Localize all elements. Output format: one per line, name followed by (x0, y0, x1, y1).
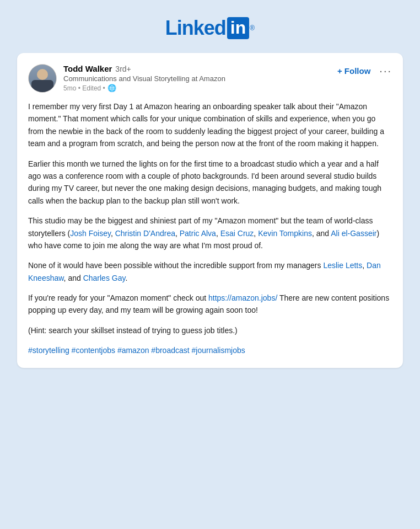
post-header-left: Todd Walker 3rd+ Communications and Visu… (28, 64, 225, 93)
paragraph-4: None of it would have been possible with… (28, 259, 392, 284)
tagged-leslie-letts[interactable]: Leslie Letts (323, 261, 362, 270)
linkedin-logo-text: Linked (165, 17, 226, 40)
tagged-charles-gay[interactable]: Charles Gay (83, 274, 126, 282)
more-options-button[interactable]: ··· (379, 65, 392, 77)
avatar[interactable] (28, 64, 57, 93)
post-header: Todd Walker 3rd+ Communications and Visu… (28, 64, 392, 93)
paragraph-3: This studio may be the biggest and shini… (28, 215, 392, 252)
paragraph-1: I remember my very first Day 1 at Amazon… (28, 100, 392, 150)
post-header-right: + Follow ··· (334, 64, 392, 78)
tagged-ali-el-gasseir[interactable]: Ali el-Gasseir (331, 229, 376, 238)
follow-button[interactable]: + Follow (334, 64, 374, 78)
tagged-christin-dandrea[interactable]: Christin D'Andrea (115, 229, 175, 238)
linkedin-logo-box: in (227, 17, 249, 39)
post-card: Todd Walker 3rd+ Communications and Visu… (17, 53, 403, 368)
tagged-esai-cruz[interactable]: Esai Cruz (220, 229, 254, 238)
linkedin-logo: Linked in ® (165, 17, 255, 40)
tagged-patric-alva[interactable]: Patric Alva (180, 229, 216, 238)
paragraph-6: (Hint: search your skillset instead of t… (28, 324, 392, 336)
hashtags[interactable]: #storytelling #contentjobs #amazon #broa… (28, 344, 392, 356)
user-info: Todd Walker 3rd+ Communications and Visu… (63, 64, 225, 92)
user-name[interactable]: Todd Walker (63, 64, 112, 73)
tagged-kevin-tompkins[interactable]: Kevin Tompkins (258, 229, 312, 238)
connection-degree: 3rd+ (115, 65, 131, 73)
user-title: Communications and Visual Storytelling a… (63, 74, 225, 83)
tagged-josh-foisey[interactable]: Josh Foisey (70, 229, 111, 238)
amazon-jobs-link[interactable]: https://amazon.jobs/ (208, 293, 277, 302)
post-meta: 5mo • Edited • 🌐 (63, 84, 225, 92)
globe-icon: 🌐 (107, 84, 116, 92)
post-body: I remember my very first Day 1 at Amazon… (28, 100, 392, 357)
paragraph-2: Earlier this month we turned the lights … (28, 158, 392, 207)
user-name-line: Todd Walker 3rd+ (63, 64, 225, 73)
linkedin-logo-trademark: ® (250, 24, 255, 32)
paragraph-5: If you're ready for your "Amazon moment"… (28, 292, 392, 317)
